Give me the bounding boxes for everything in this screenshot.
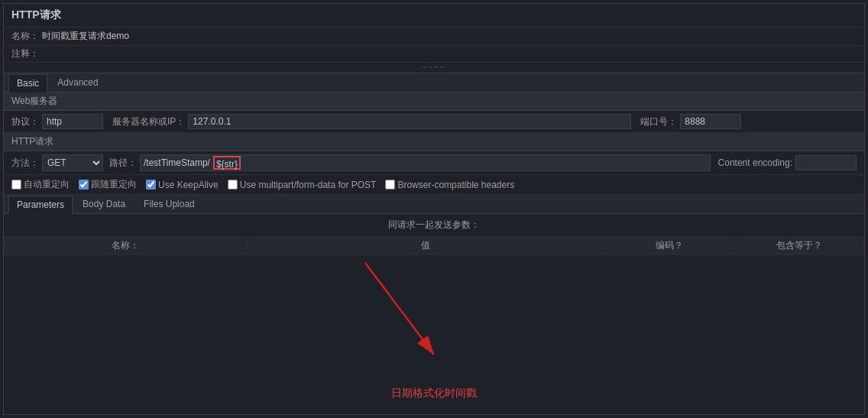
follow-redirect-checkbox-item[interactable]: 跟随重定向 (79, 178, 137, 191)
col-value: 值 (248, 237, 605, 254)
path-prefix: /testTimeStamp/ (141, 157, 213, 168)
multipart-checkbox[interactable] (228, 180, 238, 190)
http-request-section-header: HTTP请求 (4, 133, 864, 151)
protocol-label: 协议： (11, 115, 39, 128)
browser-headers-label: Browser-compatible headers (397, 180, 514, 190)
tab-body-data[interactable]: Body Data (74, 195, 134, 213)
protocol-input[interactable] (42, 114, 103, 129)
params-area: 同请求一起发送参数： 名称： 值 编码？ 包含等于？ (4, 214, 864, 414)
multipart-checkbox-item[interactable]: Use multipart/form-data for POST (228, 180, 377, 190)
main-tabs-bar: Basic Advanced (4, 73, 864, 92)
web-server-row: 协议： 服务器名称或IP： 端口号： (4, 111, 864, 133)
keep-alive-label: Use KeepAlive (158, 180, 219, 190)
web-server-section-header: Web服务器 (4, 92, 864, 111)
encoding-input[interactable] (795, 155, 857, 170)
auto-redirect-checkbox-item[interactable]: 自动重定向 (11, 178, 70, 191)
path-field[interactable]: /testTimeStamp/${str} (140, 154, 711, 171)
tab-files-upload[interactable]: Files Upload (135, 195, 203, 213)
content-area: Web服务器 协议： 服务器名称或IP： 端口号： HTTP请求 方法： GET… (4, 92, 864, 414)
keep-alive-checkbox-item[interactable]: Use KeepAlive (146, 180, 219, 190)
keep-alive-checkbox[interactable] (146, 180, 156, 190)
server-input[interactable] (188, 114, 631, 129)
auto-redirect-checkbox[interactable] (11, 180, 21, 190)
col-name: 名称： (4, 237, 248, 254)
note-row: 注释： (4, 45, 864, 62)
name-label: 名称： (11, 30, 39, 43)
http-method-path-row: 方法： GET POST PUT DELETE 路径： /testTimeSta… (4, 151, 864, 175)
follow-redirect-checkbox[interactable] (79, 180, 89, 190)
http-request-panel: HTTP请求 名称： 时间戳重复请求demo 注释： ~~~~ Basic Ad… (3, 3, 865, 415)
annotation-text-container: 日期格式化时间戳 (391, 387, 477, 400)
svg-line-1 (365, 263, 434, 355)
resize-handle[interactable]: ~~~~ (4, 62, 864, 73)
tab-parameters[interactable]: Parameters (8, 196, 73, 214)
col-encoded: 编码？ (604, 237, 734, 254)
multipart-label: Use multipart/form-data for POST (240, 180, 377, 190)
annotation-area: 日期格式化时间戳 (4, 255, 864, 408)
browser-headers-checkbox[interactable] (385, 180, 395, 190)
tab-basic[interactable]: Basic (8, 74, 47, 92)
note-label: 注释： (11, 47, 39, 60)
resize-dots: ~~~~ (422, 63, 445, 72)
name-value: 时间戳重复请求demo (42, 30, 129, 43)
port-label: 端口号： (640, 115, 677, 128)
encoding-label: Content encoding: (718, 157, 792, 168)
browser-headers-checkbox-item[interactable]: Browser-compatible headers (385, 180, 514, 190)
path-label: 路径： (109, 157, 137, 170)
annotation-text: 日期格式化时间戳 (391, 387, 477, 399)
method-select[interactable]: GET POST PUT DELETE (42, 154, 103, 171)
col-contains: 包含等于？ (734, 237, 864, 254)
server-label: 服务器名称或IP： (112, 115, 185, 128)
arrow-svg (327, 255, 556, 377)
params-header: 同请求一起发送参数： (4, 214, 864, 237)
sub-tabs-bar: Parameters Body Data Files Upload (4, 195, 864, 214)
checkbox-row: 自动重定向 跟随重定向 Use KeepAlive Use multipart/… (4, 175, 864, 195)
path-highlight: ${str} (213, 156, 241, 170)
panel-title: HTTP请求 (4, 4, 864, 27)
method-label: 方法： (11, 157, 39, 170)
params-columns: 名称： 值 编码？ 包含等于？ (4, 237, 864, 255)
name-row: 名称： 时间戳重复请求demo (4, 27, 864, 45)
port-input[interactable] (680, 114, 741, 129)
follow-redirect-label: 跟随重定向 (91, 178, 137, 191)
auto-redirect-label: 自动重定向 (24, 178, 70, 191)
tab-advanced[interactable]: Advanced (49, 73, 106, 92)
